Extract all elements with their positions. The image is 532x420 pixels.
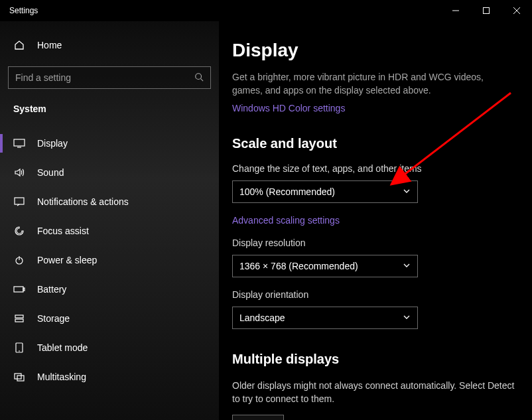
sidebar-item-power-sleep[interactable]: Power & sleep — [8, 245, 211, 275]
sidebar-item-display[interactable]: Display — [8, 129, 211, 158]
advanced-scaling-link[interactable]: Advanced scaling settings — [232, 215, 340, 226]
svg-rect-8 — [15, 198, 24, 204]
sound-icon — [13, 167, 25, 178]
chevron-down-icon — [403, 261, 411, 271]
hdr-settings-link[interactable]: Windows HD Color settings — [232, 103, 345, 113]
sidebar-item-label: Battery — [37, 284, 66, 295]
tablet-icon — [13, 342, 25, 353]
storage-icon — [13, 313, 25, 324]
maximize-button[interactable] — [471, 0, 501, 21]
sidebar-item-tablet-mode[interactable]: Tablet mode — [8, 333, 211, 362]
multiple-displays-desc: Older displays might not always connect … — [232, 379, 517, 406]
orientation-dropdown[interactable]: Landscape — [232, 307, 418, 329]
nav-list: Display Sound Notifications & actions Fo… — [8, 129, 211, 391]
close-icon — [513, 7, 520, 14]
sidebar-item-focus-assist[interactable]: Focus assist — [8, 216, 211, 245]
resolution-dropdown[interactable]: 1366 × 768 (Recommended) — [232, 255, 418, 277]
notifications-icon — [13, 196, 25, 207]
app-title: Settings — [9, 6, 38, 15]
chevron-down-icon — [403, 313, 411, 323]
category-label: System — [8, 104, 211, 117]
svg-point-4 — [196, 73, 202, 79]
titlebar: Settings — [0, 0, 532, 21]
minimize-icon — [452, 7, 459, 14]
sidebar-item-sound[interactable]: Sound — [8, 158, 211, 187]
resolution-label: Display resolution — [232, 238, 519, 248]
svg-rect-13 — [15, 315, 23, 318]
orientation-label: Display orientation — [232, 289, 519, 300]
svg-rect-1 — [484, 8, 490, 14]
sidebar-item-label: Power & sleep — [37, 255, 97, 265]
detect-button[interactable]: Detect — [232, 415, 284, 420]
resolution-value: 1366 × 768 (Recommended) — [239, 261, 403, 271]
home-label: Home — [37, 40, 62, 50]
scale-heading: Scale and layout — [232, 136, 519, 151]
home-icon — [13, 40, 25, 50]
power-icon — [13, 255, 25, 265]
battery-icon — [13, 285, 25, 293]
svg-rect-14 — [15, 319, 23, 322]
orientation-value: Landscape — [239, 313, 403, 323]
sidebar-item-label: Multitasking — [37, 372, 86, 382]
minimize-button[interactable] — [440, 0, 471, 21]
maximize-icon — [483, 7, 490, 14]
svg-rect-18 — [17, 376, 24, 381]
text-size-dropdown[interactable]: 100% (Recommended) — [232, 180, 418, 203]
sidebar-item-label: Notifications & actions — [37, 196, 129, 207]
svg-line-5 — [201, 78, 204, 81]
multitasking-icon — [13, 372, 25, 382]
text-size-value: 100% (Recommended) — [239, 186, 403, 197]
main-content: Display Get a brighter, more vibrant pic… — [219, 21, 532, 420]
display-icon — [13, 139, 25, 148]
svg-rect-6 — [14, 139, 25, 146]
chevron-down-icon — [403, 186, 411, 197]
sidebar: Home System Display Sound Notifications … — [0, 21, 219, 420]
sidebar-item-label: Storage — [37, 313, 70, 324]
svg-rect-12 — [23, 288, 25, 291]
search-box[interactable] — [8, 66, 211, 89]
svg-rect-11 — [14, 287, 23, 292]
svg-rect-17 — [15, 374, 21, 379]
hdr-description: Get a brighter, more vibrant picture in … — [232, 70, 511, 98]
sidebar-item-battery[interactable]: Battery — [8, 275, 211, 304]
search-input[interactable] — [15, 72, 194, 83]
text-size-label: Change the size of text, apps, and other… — [232, 163, 519, 174]
sidebar-item-multitasking[interactable]: Multitasking — [8, 362, 211, 391]
close-button[interactable] — [501, 0, 532, 21]
sidebar-item-label: Focus assist — [37, 226, 89, 236]
sidebar-item-notifications[interactable]: Notifications & actions — [8, 187, 211, 216]
sidebar-item-storage[interactable]: Storage — [8, 304, 211, 333]
search-icon — [194, 72, 204, 84]
focus-assist-icon — [13, 226, 25, 236]
window-controls — [440, 0, 532, 21]
sidebar-item-label: Sound — [37, 167, 64, 178]
multiple-displays-heading: Multiple displays — [232, 352, 519, 367]
sidebar-item-label: Display — [37, 138, 68, 149]
home-button[interactable]: Home — [8, 33, 211, 57]
page-title: Display — [232, 40, 519, 61]
sidebar-item-label: Tablet mode — [37, 342, 88, 353]
